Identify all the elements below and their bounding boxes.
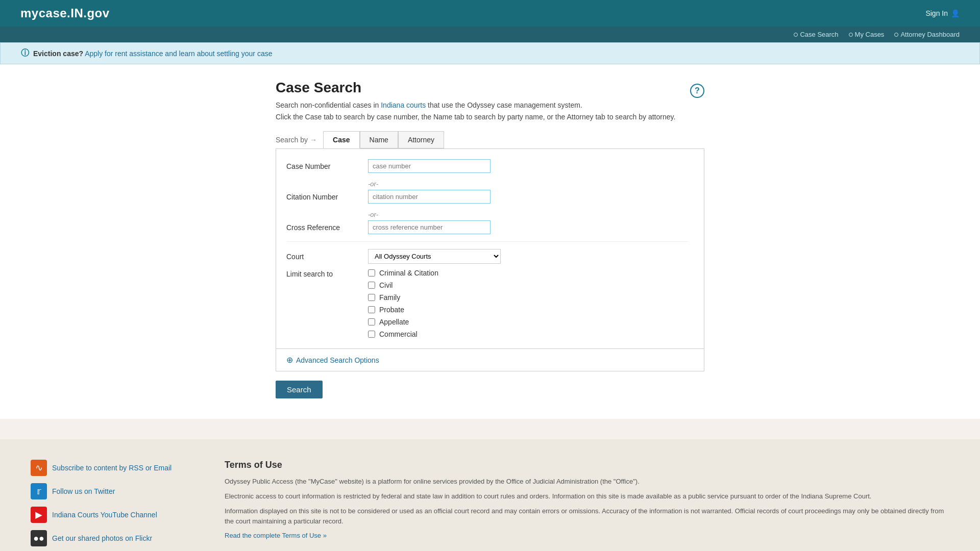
advanced-search-label: Advanced Search Options	[296, 356, 379, 364]
desc-after: that use the Odyssey case management sys…	[426, 101, 582, 109]
radio-dot-icon	[849, 33, 853, 37]
tab-case[interactable]: Case	[323, 131, 359, 148]
checkbox-commercial-input[interactable]	[368, 331, 375, 338]
twitter-icon: 𝕣	[31, 483, 47, 499]
indiana-courts-link[interactable]: Indiana courts	[381, 101, 426, 109]
page-desc-1: Search non-confidential cases in Indiana…	[276, 100, 704, 111]
nav-bar: Case Search My Cases Attorney Dashboard	[0, 27, 980, 42]
court-label: Court	[286, 253, 368, 261]
nav-attorney-dashboard[interactable]: Attorney Dashboard	[894, 31, 960, 38]
checkbox-civil[interactable]: Civil	[368, 281, 438, 289]
citation-label: Citation Number	[286, 193, 368, 201]
page-title: Case Search	[276, 80, 704, 96]
main-wrapper: ? Case Search Search non-confidential ca…	[0, 64, 980, 419]
flickr-link[interactable]: Get our shared photos on Flickr	[52, 534, 152, 542]
rss-icon: ∿	[31, 460, 47, 476]
cross-ref-label: Cross Reference	[286, 223, 368, 232]
youtube-link[interactable]: Indiana Courts YouTube Channel	[52, 511, 157, 519]
terms-title: Terms of Use	[225, 460, 949, 470]
terms-para-3: Information displayed on this site is no…	[225, 506, 949, 528]
citation-row: Citation Number	[286, 190, 689, 204]
court-row: Court All Odyssey Courts Marion County L…	[286, 249, 689, 264]
tab-name[interactable]: Name	[360, 131, 398, 148]
checkbox-commercial[interactable]: Commercial	[368, 330, 438, 338]
search-by-row: Search by → Case Name Attorney	[276, 131, 704, 148]
terms-full-link[interactable]: Read the complete Terms of Use »	[225, 532, 327, 539]
checkbox-criminal-label: Criminal & Citation	[379, 269, 438, 277]
rss-link[interactable]: Subscribe to content by RSS or Email	[52, 464, 172, 472]
checkbox-commercial-label: Commercial	[379, 330, 418, 338]
limit-label: Limit search to	[286, 269, 368, 278]
desc-before: Search non-confidential cases in	[276, 101, 381, 109]
checkbox-probate-label: Probate	[379, 306, 404, 314]
eviction-banner: ⓘ Eviction case? Apply for rent assistan…	[0, 42, 980, 64]
radio-dot-icon	[894, 33, 898, 37]
rss-link-row: ∿ Subscribe to content by RSS or Email	[31, 460, 184, 476]
nav-case-search[interactable]: Case Search	[794, 31, 838, 38]
title-area: ? Case Search Search non-confidential ca…	[276, 80, 704, 131]
search-button[interactable]: Search	[276, 381, 323, 398]
banner-link[interactable]: Apply for rent assistance and learn abou…	[85, 49, 272, 58]
signin-label: Sign In	[925, 9, 948, 17]
footer: ∿ Subscribe to content by RSS or Email 𝕣…	[0, 439, 980, 551]
limit-row: Limit search to Criminal & Citation Civi…	[286, 269, 689, 338]
checkbox-probate[interactable]: Probate	[368, 306, 438, 314]
site-logo: mycase.IN.gov	[20, 6, 110, 20]
main-container: ? Case Search Search non-confidential ca…	[260, 64, 720, 419]
flickr-link-row: ●● Get our shared photos on Flickr	[31, 530, 184, 546]
youtube-icon: ▶	[31, 507, 47, 523]
checkbox-probate-input[interactable]	[368, 306, 375, 313]
case-number-label: Case Number	[286, 162, 368, 170]
youtube-link-row: ▶ Indiana Courts YouTube Channel	[31, 507, 184, 523]
checkbox-appellate-label: Appellate	[379, 318, 409, 326]
nav-my-cases[interactable]: My Cases	[849, 31, 885, 38]
radio-dot-icon	[794, 33, 798, 37]
case-number-row: Case Number	[286, 159, 689, 173]
checkbox-civil-input[interactable]	[368, 282, 375, 289]
plus-icon: ⊕	[286, 355, 293, 365]
advanced-search-link[interactable]: ⊕ Advanced Search Options	[286, 355, 694, 365]
case-number-input[interactable]	[368, 159, 491, 173]
flickr-icon: ●●	[31, 530, 47, 546]
twitter-link[interactable]: Follow us on Twitter	[52, 487, 115, 495]
cross-ref-input[interactable]	[368, 220, 491, 234]
page-desc-2: Click the Case tab to search by case num…	[276, 113, 704, 121]
checkbox-family[interactable]: Family	[368, 293, 438, 302]
form-panel: Case Number -or- Citation Number -or- Cr…	[276, 148, 704, 349]
terms-para-1: Odyssey Public Access (the "MyCase" webs…	[225, 477, 949, 487]
tab-attorney[interactable]: Attorney	[398, 131, 444, 148]
checkbox-criminal[interactable]: Criminal & Citation	[368, 269, 438, 277]
footer-terms: Terms of Use Odyssey Public Access (the …	[225, 460, 949, 546]
help-icon[interactable]: ?	[690, 84, 704, 98]
checkbox-appellate[interactable]: Appellate	[368, 318, 438, 326]
or-divider-2: -or-	[286, 209, 689, 220]
banner-bold: Eviction case?	[33, 49, 83, 58]
checkbox-family-input[interactable]	[368, 294, 375, 301]
signin-icon: 👤	[951, 9, 960, 17]
signin-link[interactable]: Sign In 👤	[925, 9, 960, 17]
checkbox-civil-label: Civil	[379, 281, 393, 289]
search-by-label: Search by →	[276, 132, 323, 148]
banner-text: Eviction case? Apply for rent assistance…	[33, 49, 273, 58]
cross-ref-row: Cross Reference	[286, 220, 689, 234]
arrow-icon: →	[310, 136, 317, 144]
or-divider-1: -or-	[286, 178, 689, 190]
footer-links: ∿ Subscribe to content by RSS or Email 𝕣…	[31, 460, 184, 546]
checkbox-appellate-input[interactable]	[368, 318, 375, 325]
citation-input[interactable]	[368, 190, 491, 204]
tabs: Case Name Attorney	[323, 131, 444, 148]
checkbox-criminal-input[interactable]	[368, 269, 375, 277]
court-select[interactable]: All Odyssey Courts Marion County Lake Co…	[368, 249, 501, 264]
advanced-search-row: ⊕ Advanced Search Options	[276, 349, 704, 371]
header: mycase.IN.gov Sign In 👤	[0, 0, 980, 27]
checkbox-family-label: Family	[379, 293, 400, 302]
checkboxes-group: Criminal & Citation Civil Family Probate	[368, 269, 438, 338]
twitter-link-row: 𝕣 Follow us on Twitter	[31, 483, 184, 499]
info-icon: ⓘ	[21, 48, 29, 59]
terms-para-2: Electronic access to court information i…	[225, 491, 949, 502]
